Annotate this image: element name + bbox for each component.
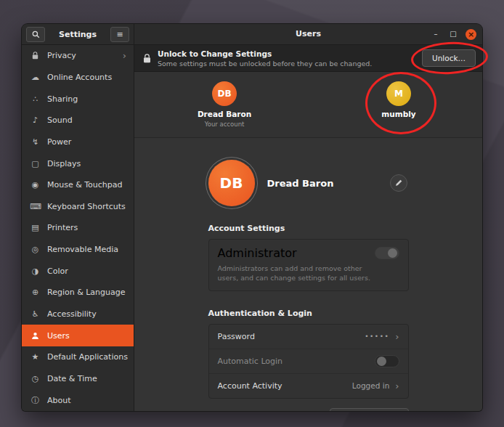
primary-menu-button[interactable]: ≡ bbox=[110, 27, 129, 42]
profile-name: Dread Baron bbox=[267, 178, 334, 189]
titlebar: Settings ≡ Users – □ × bbox=[22, 24, 482, 45]
sidebar-item-color[interactable]: ◑ Color bbox=[22, 260, 134, 282]
sidebar-item-accessibility[interactable]: ♿ Accessibility bbox=[22, 304, 134, 325]
remove-user-button[interactable]: Remove User… bbox=[330, 408, 408, 411]
account-activity-value: Logged in bbox=[352, 381, 389, 390]
minimize-button[interactable]: – bbox=[431, 30, 441, 38]
sidebar-item-label: About bbox=[47, 396, 71, 405]
sidebar-item-label: Keyboard Shortcuts bbox=[47, 202, 126, 211]
share-icon: ∴ bbox=[30, 95, 41, 103]
settings-window: Settings ≡ Users – □ × bbox=[22, 24, 482, 411]
sidebar-item-label: Mouse & Touchpad bbox=[47, 180, 123, 190]
sidebar-item-label: Power bbox=[47, 137, 71, 147]
sidebar-item-date-time[interactable]: ◷ Date & Time bbox=[22, 368, 134, 390]
user-carousel: DB Dread Baron Your account M mumbly bbox=[134, 72, 482, 138]
sidebar-item-privacy[interactable]: Privacy › bbox=[22, 45, 134, 67]
password-label: Password bbox=[218, 332, 255, 341]
sidebar-item-region-language[interactable]: ⊕ Region & Language bbox=[22, 282, 134, 304]
authentication-card: Password ••••• › Automatic Login bbox=[208, 324, 409, 399]
carousel-user-mumbly[interactable]: M mumbly bbox=[355, 81, 442, 118]
unlock-banner-subtitle: Some settings must be unlocked before th… bbox=[158, 60, 372, 68]
sidebar-item-online-accounts[interactable]: ☁ Online Accounts bbox=[22, 67, 134, 89]
mouse-icon: ◉ bbox=[30, 181, 41, 189]
desktop-background: Settings ≡ Users – □ × bbox=[0, 0, 504, 427]
display-icon: ▢ bbox=[30, 160, 41, 168]
users-icon bbox=[30, 332, 41, 340]
sidebar-item-sharing[interactable]: ∴ Sharing bbox=[22, 88, 134, 110]
chevron-right-icon: › bbox=[395, 381, 399, 391]
automatic-login-label: Automatic Login bbox=[218, 357, 283, 366]
sidebar-item-users[interactable]: Users bbox=[22, 325, 134, 346]
sidebar-header: Settings ≡ bbox=[22, 24, 134, 44]
disc-icon: ◎ bbox=[30, 245, 41, 253]
sound-icon: ♪ bbox=[30, 116, 41, 124]
settings-sidebar: Privacy › ☁ Online Accounts ∴ Sharing ♪ … bbox=[22, 45, 134, 411]
administrator-toggle[interactable] bbox=[375, 247, 399, 259]
unlock-button[interactable]: Unlock… bbox=[422, 49, 476, 67]
carousel-user-subtitle: Your account bbox=[205, 121, 245, 128]
automatic-login-row: Automatic Login bbox=[209, 349, 408, 373]
accessibility-icon: ♿ bbox=[30, 310, 41, 318]
sidebar-item-displays[interactable]: ▢ Displays bbox=[22, 152, 134, 174]
sidebar-item-label: Sharing bbox=[47, 94, 78, 104]
sidebar-item-label: Removable Media bbox=[47, 245, 118, 254]
avatar: DB bbox=[212, 81, 237, 106]
info-icon: ⓘ bbox=[30, 396, 41, 404]
account-settings-card: Administrator Administrators can add and… bbox=[208, 239, 409, 291]
user-details: DB Dread Baron Account Settings bbox=[134, 138, 482, 411]
sidebar-item-label: Users bbox=[47, 331, 70, 341]
account-activity-row[interactable]: Account Activity Logged in › bbox=[209, 373, 408, 398]
sidebar-item-about[interactable]: ⓘ About bbox=[22, 389, 134, 411]
rename-user-button[interactable] bbox=[390, 174, 407, 192]
lock-icon bbox=[30, 52, 41, 60]
sidebar-item-label: Region & Language bbox=[47, 288, 126, 297]
window-controls: – □ × bbox=[431, 24, 476, 44]
sidebar-item-default-applications[interactable]: ★ Default Applications bbox=[22, 346, 134, 368]
printer-icon: ▤ bbox=[30, 224, 41, 232]
carousel-user-name: Dread Baron bbox=[198, 110, 251, 118]
color-icon: ◑ bbox=[30, 267, 41, 275]
administrator-description: Administrators can add and remove other … bbox=[218, 264, 381, 283]
sidebar-item-label: Displays bbox=[47, 159, 81, 168]
sidebar-item-sound[interactable]: ♪ Sound bbox=[22, 110, 134, 131]
unlock-banner-title: Unlock to Change Settings bbox=[158, 49, 372, 58]
avatar: M bbox=[386, 81, 411, 106]
sidebar-item-removable-media[interactable]: ◎ Removable Media bbox=[22, 239, 134, 261]
avatar[interactable]: DB bbox=[208, 160, 255, 206]
profile-row: DB Dread Baron bbox=[208, 160, 409, 206]
search-button[interactable] bbox=[26, 27, 45, 42]
sidebar-item-printers[interactable]: ▤ Printers bbox=[22, 217, 134, 239]
sidebar-item-label: Printers bbox=[47, 223, 78, 232]
sidebar-item-label: Privacy bbox=[47, 51, 76, 60]
password-value: ••••• bbox=[365, 333, 389, 340]
section-header-account-settings: Account Settings bbox=[208, 224, 409, 233]
administrator-label: Administrator bbox=[218, 246, 297, 260]
carousel-user-dread-baron[interactable]: DB Dread Baron Your account bbox=[181, 81, 268, 128]
password-row[interactable]: Password ••••• › bbox=[209, 325, 408, 349]
maximize-button[interactable]: □ bbox=[448, 30, 458, 38]
automatic-login-toggle[interactable] bbox=[375, 355, 399, 367]
sidebar-item-label: Accessibility bbox=[47, 309, 97, 319]
close-button[interactable]: × bbox=[466, 29, 476, 40]
globe-icon: ⊕ bbox=[30, 288, 41, 296]
lock-icon bbox=[143, 54, 151, 63]
chevron-right-icon: › bbox=[123, 51, 126, 60]
hamburger-menu-icon: ≡ bbox=[116, 30, 123, 38]
power-icon: ↯ bbox=[30, 138, 41, 146]
carousel-user-name: mumbly bbox=[381, 110, 415, 118]
sidebar-title: Settings bbox=[48, 30, 107, 39]
sidebar-item-keyboard-shortcuts[interactable]: ⌨ Keyboard Shortcuts bbox=[22, 195, 134, 217]
sidebar-item-mouse-touchpad[interactable]: ◉ Mouse & Touchpad bbox=[22, 174, 134, 196]
clock-icon: ◷ bbox=[30, 375, 41, 383]
sidebar-item-label: Color bbox=[47, 267, 68, 276]
search-icon bbox=[32, 30, 40, 38]
cloud-icon: ☁ bbox=[30, 73, 41, 81]
users-panel: Unlock to Change Settings Some settings … bbox=[134, 45, 482, 411]
account-activity-label: Account Activity bbox=[218, 381, 283, 391]
sidebar-item-power[interactable]: ↯ Power bbox=[22, 131, 134, 153]
sidebar-item-label: Sound bbox=[47, 115, 73, 125]
sidebar-item-label: Default Applications bbox=[47, 352, 128, 362]
keyboard-icon: ⌨ bbox=[30, 203, 41, 211]
star-icon: ★ bbox=[30, 353, 41, 361]
sidebar-item-label: Date & Time bbox=[47, 374, 97, 383]
